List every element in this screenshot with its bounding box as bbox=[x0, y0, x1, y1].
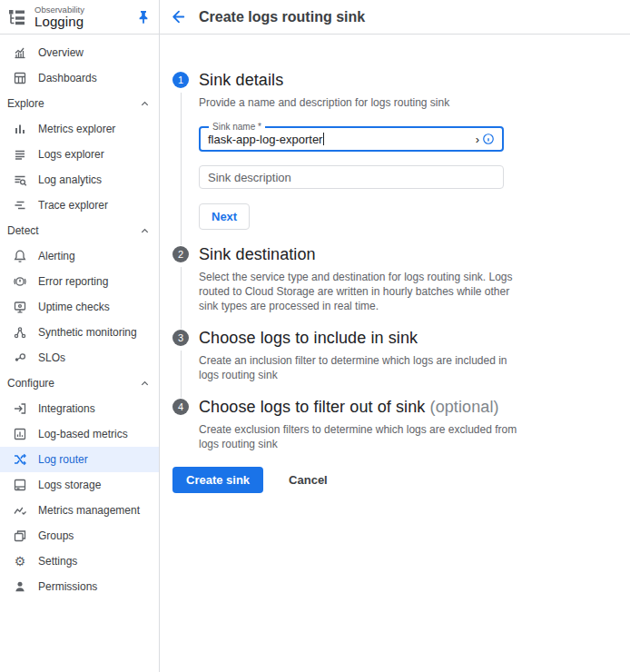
metrics-line-icon bbox=[13, 503, 27, 518]
step-indicator: 2 bbox=[172, 245, 189, 329]
step-connector-line bbox=[181, 93, 182, 245]
error-circle-icon bbox=[13, 274, 27, 289]
footer-actions: Create sink Cancel bbox=[172, 467, 612, 493]
sidebar-item-label: Error reporting bbox=[38, 275, 108, 288]
sidebar-item-label: Alerting bbox=[38, 250, 75, 262]
sidebar-item-logs-storage[interactable]: Logs storage bbox=[0, 472, 159, 498]
sidebar-item-slos[interactable]: SLOs bbox=[0, 345, 159, 371]
sidebar-item-error-reporting[interactable]: Error reporting bbox=[0, 269, 159, 294]
sidebar-item-label: Overview bbox=[38, 46, 84, 59]
create-sink-button[interactable]: Create sink bbox=[172, 467, 263, 493]
groups-icon bbox=[13, 529, 27, 543]
step-connector-line bbox=[181, 267, 182, 329]
sidebar-item-log-router[interactable]: Log router bbox=[0, 447, 159, 472]
text-cursor bbox=[323, 133, 324, 145]
sidebar-item-dashboards[interactable]: Dashboards bbox=[0, 65, 159, 91]
step-include-logs: 3 Choose logs to include in sink Create … bbox=[172, 329, 612, 398]
chevron-up-icon bbox=[140, 379, 150, 389]
shuffle-icon bbox=[13, 452, 27, 467]
sidebar-item-overview[interactable]: Overview bbox=[0, 40, 159, 65]
page-title: Create logs routing sink bbox=[199, 9, 365, 25]
field-trailing-icons: › bbox=[476, 133, 495, 145]
step-title: Choose logs to filter out of sink (optio… bbox=[199, 398, 518, 416]
sink-name-value: flask-app-log-exporter bbox=[208, 133, 322, 146]
sidebar-section-explore[interactable]: Explore bbox=[0, 91, 159, 116]
sidebar-item-label: Logs explorer bbox=[38, 148, 104, 161]
person-icon bbox=[13, 579, 27, 594]
product-title: Observability Logging bbox=[34, 5, 84, 29]
sidebar-section-configure[interactable]: Configure bbox=[0, 371, 159, 396]
storage-box-icon bbox=[13, 478, 27, 492]
sidebar-item-integrations[interactable]: Integrations bbox=[0, 396, 159, 421]
chevron-right-icon[interactable]: › bbox=[476, 133, 479, 145]
step-filter-out-logs: 4 Choose logs to filter out of sink (opt… bbox=[172, 398, 612, 460]
step-number-badge: 2 bbox=[172, 246, 189, 262]
sidebar-nav: Overview Dashboards Explore bbox=[0, 35, 159, 599]
metrics-box-icon bbox=[13, 427, 27, 441]
sidebar-item-label: Groups bbox=[38, 529, 74, 542]
sidebar-item-metrics-explorer[interactable]: Metrics explorer bbox=[0, 116, 159, 142]
sidebar-item-label: Metrics explorer bbox=[38, 123, 115, 135]
chevron-up-icon bbox=[140, 99, 150, 109]
sidebar-item-trace-explorer[interactable]: Trace explorer bbox=[0, 193, 159, 218]
bell-icon bbox=[13, 249, 27, 263]
integration-arrow-icon bbox=[13, 401, 27, 416]
step-number-badge: 4 bbox=[172, 399, 189, 415]
section-label: Configure bbox=[7, 377, 54, 390]
slo-nodes-icon bbox=[13, 351, 27, 365]
sidebar-item-label: Dashboards bbox=[38, 72, 97, 84]
sidebar-item-settings[interactable]: ⚙ Settings bbox=[0, 548, 159, 574]
app-window: Observability Logging Overview bbox=[0, 0, 630, 672]
sidebar-item-label: Permissions bbox=[38, 580, 97, 593]
page-header: Create logs routing sink bbox=[160, 0, 630, 35]
sidebar-item-synthetic-monitoring[interactable]: Synthetic monitoring bbox=[0, 320, 159, 345]
section-label: Detect bbox=[7, 224, 39, 237]
sidebar-item-log-analytics[interactable]: Log analytics bbox=[0, 167, 159, 193]
info-icon[interactable] bbox=[482, 133, 495, 145]
step-description: Select the service type and destination … bbox=[199, 270, 518, 313]
sidebar-item-permissions[interactable]: Permissions bbox=[0, 574, 159, 599]
sidebar-item-label: Trace explorer bbox=[38, 199, 108, 212]
log-search-icon bbox=[13, 173, 27, 187]
sidebar-item-label: Metrics management bbox=[38, 504, 140, 517]
sidebar-item-label: Log router bbox=[38, 453, 88, 466]
sink-name-input[interactable]: Sink name * flask-app-log-exporter › bbox=[199, 126, 504, 152]
sidebar-item-log-based-metrics[interactable]: Log-based metrics bbox=[0, 421, 159, 447]
step-title: Sink destination bbox=[199, 245, 518, 263]
sidebar-item-logs-explorer[interactable]: Logs explorer bbox=[0, 142, 159, 167]
sidebar-item-uptime-checks[interactable]: Uptime checks bbox=[0, 294, 159, 320]
sidebar-item-label: SLOs bbox=[38, 351, 65, 364]
step-sink-details: 1 Sink details Provide a name and descri… bbox=[172, 71, 612, 245]
sidebar-item-label: Log-based metrics bbox=[38, 428, 128, 440]
pin-icon[interactable] bbox=[135, 9, 152, 25]
sink-description-input[interactable] bbox=[199, 165, 504, 189]
sidebar-header: Observability Logging bbox=[0, 0, 159, 35]
step-description: Create exclusion filters to determine wh… bbox=[199, 422, 518, 451]
sidebar-item-alerting[interactable]: Alerting bbox=[0, 243, 159, 269]
step-number-badge: 1 bbox=[172, 72, 189, 88]
overview-chart-icon bbox=[13, 45, 27, 60]
sidebar-item-label: Integrations bbox=[38, 402, 95, 415]
sidebar-section-detect[interactable]: Detect bbox=[0, 218, 159, 243]
step-indicator: 4 bbox=[172, 398, 189, 460]
next-button[interactable]: Next bbox=[199, 203, 250, 230]
section-label: Explore bbox=[7, 97, 44, 110]
trace-spans-icon bbox=[13, 198, 27, 212]
sidebar-item-label: Log analytics bbox=[38, 173, 102, 186]
arrow-back-icon[interactable] bbox=[170, 8, 187, 25]
main-panel: Create logs routing sink 1 Sink details … bbox=[160, 0, 630, 672]
bar-chart-icon bbox=[13, 122, 27, 136]
dashboards-grid-icon bbox=[13, 71, 27, 85]
step-title: Choose logs to include in sink bbox=[199, 329, 518, 347]
sidebar-item-metrics-management[interactable]: Metrics management bbox=[0, 498, 159, 523]
step-indicator: 3 bbox=[172, 329, 189, 398]
logging-tree-icon bbox=[7, 7, 27, 27]
step-indicator: 1 bbox=[172, 71, 189, 245]
sidebar-item-groups[interactable]: Groups bbox=[0, 523, 159, 548]
step-number-badge: 3 bbox=[172, 330, 189, 346]
sidebar-item-label: Uptime checks bbox=[38, 301, 110, 313]
chevron-up-icon bbox=[140, 226, 150, 236]
monitor-icon bbox=[13, 300, 27, 314]
log-lines-icon bbox=[13, 147, 27, 162]
cancel-button[interactable]: Cancel bbox=[281, 467, 335, 493]
